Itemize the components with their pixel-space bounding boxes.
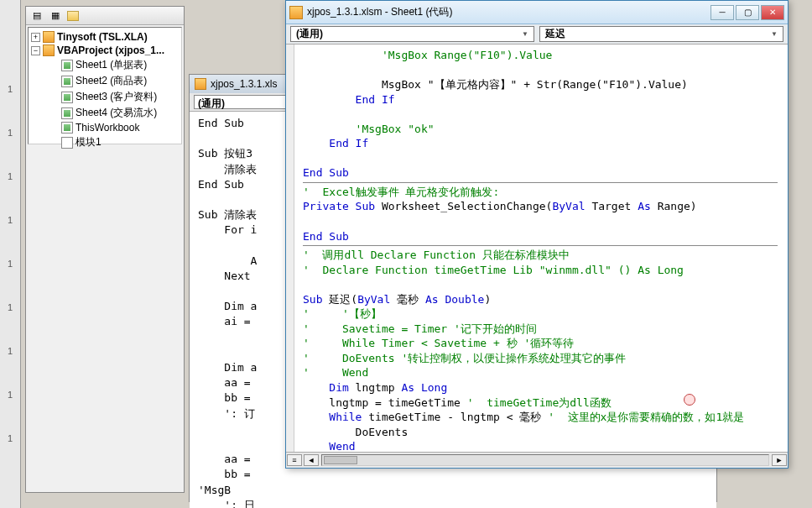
tree-label: Sheet3 (客户资料) [75, 90, 157, 104]
procedure-view-button[interactable]: ≡ [287, 454, 302, 466]
horizontal-scrollbar[interactable] [321, 454, 769, 466]
project-icon [43, 45, 55, 56]
row-gutter: 111111111 [0, 0, 21, 508]
object-dropdown[interactable]: (通用) ▼ [290, 26, 534, 42]
tree-label: Sheet4 (交易流水) [75, 106, 157, 120]
window-title: xjpos_1.3.1.xlsm - Sheet1 (代码) [307, 5, 710, 19]
scroll-thumb[interactable] [324, 456, 357, 464]
project-explorer: ▤ ▦ + Tinysoft (TSL.XLA) − VBAProject (x… [25, 6, 185, 493]
full-module-view-button[interactable]: ◄ [304, 454, 319, 466]
window-icon [195, 78, 206, 90]
back-title-text: xjpos_1.3.1.xls [211, 78, 277, 90]
tree-toolbar: ▤ ▦ [26, 7, 184, 25]
tree-label: 模块1 [75, 135, 102, 149]
tree-sheet1[interactable]: Sheet1 (单据表) [31, 57, 179, 73]
sheet-icon [61, 92, 73, 103]
dropdown-value: 延迟 [545, 27, 565, 41]
sheet-icon [61, 60, 73, 71]
window-icon [289, 6, 303, 19]
tree-label: ThisWorkbook [75, 122, 139, 134]
view-code-icon[interactable]: ▤ [30, 9, 44, 23]
maximize-button[interactable]: ▢ [736, 5, 759, 20]
tree-thisworkbook[interactable]: ThisWorkbook [31, 121, 179, 134]
procedure-dropdown[interactable]: 延迟 ▼ [539, 26, 783, 42]
view-object-icon[interactable]: ▦ [49, 9, 62, 23]
folder-icon[interactable] [67, 11, 79, 21]
tree-module1[interactable]: 模块1 [31, 134, 179, 150]
tree-sheet3[interactable]: Sheet3 (客户资料) [31, 89, 179, 105]
tree-project-tinysoft[interactable]: + Tinysoft (TSL.XLA) [31, 30, 179, 44]
expand-icon[interactable]: + [31, 33, 40, 42]
sheet-icon [61, 107, 73, 119]
close-button[interactable]: ✕ [761, 5, 784, 20]
titlebar[interactable]: xjpos_1.3.1.xlsm - Sheet1 (代码) ─ ▢ ✕ [286, 1, 788, 24]
code-gutter [286, 45, 294, 452]
tree-sheet4[interactable]: Sheet4 (交易流水) [31, 105, 179, 121]
cursor-marker [684, 394, 695, 406]
dropdown-bar: (通用) ▼ 延迟 ▼ [286, 24, 788, 45]
minimize-button[interactable]: ─ [710, 5, 734, 20]
tree-project-vba[interactable]: − VBAProject (xjpos_1... [31, 44, 179, 57]
tree-label: VBAProject (xjpos_1... [57, 45, 164, 56]
dropdown-value: (通用) [296, 27, 323, 41]
bottom-bar: ≡ ◄ ► [286, 452, 788, 467]
sheet-icon [61, 76, 73, 87]
chevron-down-icon: ▼ [771, 30, 778, 38]
code-editor[interactable]: 'MsgBox Range("F10").Value MsgBox "【单元格内… [286, 45, 788, 452]
code-window-main: xjpos_1.3.1.xlsm - Sheet1 (代码) ─ ▢ ✕ (通用… [285, 0, 789, 469]
project-tree[interactable]: + Tinysoft (TSL.XLA) − VBAProject (xjpos… [28, 27, 182, 144]
tree-label: Sheet2 (商品表) [75, 74, 147, 88]
tree-label: Sheet1 (单据表) [75, 58, 147, 72]
chevron-down-icon: ▼ [522, 30, 528, 38]
scroll-right-button[interactable]: ► [772, 454, 787, 466]
tree-sheet2[interactable]: Sheet2 (商品表) [31, 73, 179, 89]
workbook-icon [61, 122, 73, 134]
tree-label: Tinysoft (TSL.XLA) [57, 31, 148, 43]
module-icon [61, 137, 73, 149]
collapse-icon[interactable]: − [31, 46, 40, 55]
project-icon [43, 31, 55, 43]
